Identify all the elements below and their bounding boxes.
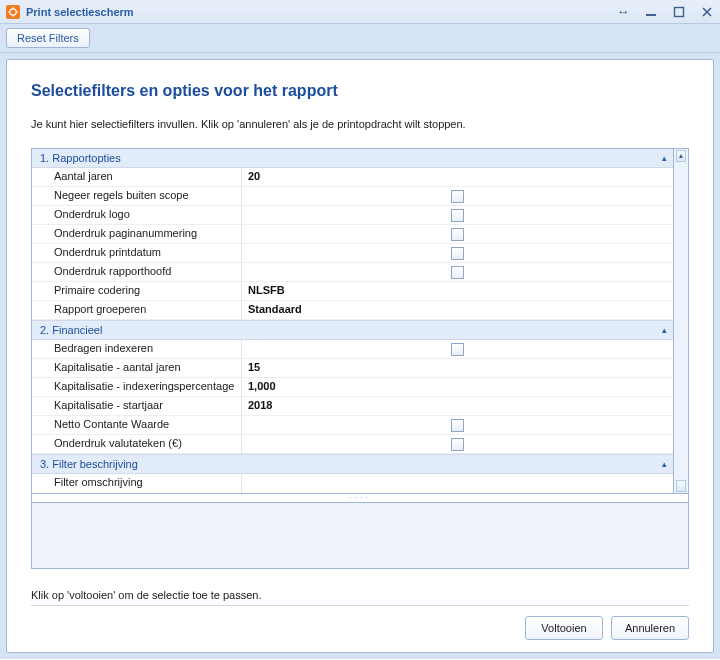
row-onderdruk-rapporthoofd[interactable]: Onderdruk rapporthoofd bbox=[32, 263, 673, 282]
section-rapportopties[interactable]: 1. Rapportopties ▴ bbox=[32, 149, 673, 168]
row-aantal-jaren[interactable]: Aantal jaren 20 bbox=[32, 168, 673, 187]
section-financieel[interactable]: 2. Financieel ▴ bbox=[32, 320, 673, 340]
footer: Voltooien Annuleren bbox=[31, 605, 689, 640]
svg-rect-5 bbox=[646, 14, 656, 16]
property-grid: 1. Rapportopties ▴ Aantal jaren 20 Negee… bbox=[31, 148, 689, 494]
section-label: 3. Filter beschrijving bbox=[40, 458, 662, 470]
checkbox[interactable] bbox=[451, 343, 464, 356]
titlebar: Print selectiescherm ↔ bbox=[0, 0, 720, 24]
field-label: Kapitalisatie - indexeringspercentage bbox=[32, 378, 242, 396]
section-label: 2. Financieel bbox=[40, 324, 662, 336]
field-value[interactable] bbox=[242, 474, 673, 493]
resize-horizontal-icon[interactable]: ↔ bbox=[616, 5, 630, 19]
field-label: Primaire codering bbox=[32, 282, 242, 300]
app-icon bbox=[6, 5, 20, 19]
svg-rect-6 bbox=[675, 7, 684, 16]
resize-grip[interactable]: ···· bbox=[31, 494, 689, 503]
row-kap-startjaar[interactable]: Kapitalisatie - startjaar 2018 bbox=[32, 397, 673, 416]
page-subtitle: Je kunt hier selectiefilters invullen. K… bbox=[31, 118, 689, 130]
maximize-icon[interactable] bbox=[672, 5, 686, 19]
field-value[interactable]: 20 bbox=[242, 168, 673, 186]
row-onderdruk-printdatum[interactable]: Onderdruk printdatum bbox=[32, 244, 673, 263]
row-bedragen-indexeren[interactable]: Bedragen indexeren bbox=[32, 340, 673, 359]
row-onderdruk-pagina[interactable]: Onderdruk paginanummering bbox=[32, 225, 673, 244]
section-filter-beschrijving[interactable]: 3. Filter beschrijving ▴ bbox=[32, 454, 673, 474]
hint-text: Klik op 'voltooien' om de selectie toe t… bbox=[31, 589, 689, 601]
finish-button[interactable]: Voltooien bbox=[525, 616, 603, 640]
window-title: Print selectiescherm bbox=[26, 6, 616, 18]
field-value[interactable]: 15 bbox=[242, 359, 673, 377]
field-label: Rapport groeperen bbox=[32, 301, 242, 319]
field-label: Kapitalisatie - aantal jaren bbox=[32, 359, 242, 377]
svg-point-0 bbox=[10, 8, 16, 14]
checkbox[interactable] bbox=[451, 247, 464, 260]
chevron-up-icon: ▴ bbox=[662, 325, 667, 335]
page-title: Selectiefilters en opties voor het rappo… bbox=[31, 82, 689, 100]
chevron-up-icon: ▴ bbox=[662, 459, 667, 469]
checkbox[interactable] bbox=[451, 438, 464, 451]
field-label: Kapitalisatie - startjaar bbox=[32, 397, 242, 415]
row-kap-aantal-jaren[interactable]: Kapitalisatie - aantal jaren 15 bbox=[32, 359, 673, 378]
field-label: Filter omschrijving bbox=[32, 474, 242, 493]
field-value[interactable]: 1,000 bbox=[242, 378, 673, 396]
description-panel bbox=[31, 503, 689, 569]
field-value[interactable]: 2018 bbox=[242, 397, 673, 415]
field-value[interactable]: Standaard bbox=[242, 301, 673, 319]
field-label: Netto Contante Waarde bbox=[32, 416, 242, 434]
reset-filters-button[interactable]: Reset Filters bbox=[6, 28, 90, 48]
row-rapport-groeperen[interactable]: Rapport groeperen Standaard bbox=[32, 301, 673, 320]
close-icon[interactable] bbox=[700, 5, 714, 19]
checkbox[interactable] bbox=[451, 190, 464, 203]
row-onderdruk-logo[interactable]: Onderdruk logo bbox=[32, 206, 673, 225]
row-negeer-scope[interactable]: Negeer regels buiten scope bbox=[32, 187, 673, 206]
checkbox[interactable] bbox=[451, 419, 464, 432]
field-label: Aantal jaren bbox=[32, 168, 242, 186]
field-label: Onderdruk rapporthoofd bbox=[32, 263, 242, 281]
field-value[interactable]: NLSFB bbox=[242, 282, 673, 300]
chevron-up-icon: ▴ bbox=[662, 153, 667, 163]
field-label: Onderdruk printdatum bbox=[32, 244, 242, 262]
row-ncw[interactable]: Netto Contante Waarde bbox=[32, 416, 673, 435]
scroll-down-icon[interactable]: ▾ bbox=[674, 480, 688, 492]
scrollbar[interactable]: ▴ ▾ bbox=[674, 149, 688, 493]
cancel-button[interactable]: Annuleren bbox=[611, 616, 689, 640]
field-label: Onderdruk logo bbox=[32, 206, 242, 224]
field-label: Onderdruk valutateken (€) bbox=[32, 435, 242, 453]
field-label: Negeer regels buiten scope bbox=[32, 187, 242, 205]
field-label: Bedragen indexeren bbox=[32, 340, 242, 358]
section-label: 1. Rapportopties bbox=[40, 152, 662, 164]
checkbox[interactable] bbox=[451, 228, 464, 241]
checkbox[interactable] bbox=[451, 209, 464, 222]
toolbar: Reset Filters bbox=[0, 24, 720, 53]
minimize-icon[interactable] bbox=[644, 5, 658, 19]
field-label: Onderdruk paginanummering bbox=[32, 225, 242, 243]
scroll-up-icon[interactable]: ▴ bbox=[674, 150, 688, 162]
row-onderdruk-valuta[interactable]: Onderdruk valutateken (€) bbox=[32, 435, 673, 454]
row-kap-index-perc[interactable]: Kapitalisatie - indexeringspercentage 1,… bbox=[32, 378, 673, 397]
row-primaire-codering[interactable]: Primaire codering NLSFB bbox=[32, 282, 673, 301]
row-filter-omschrijving[interactable]: Filter omschrijving bbox=[32, 474, 673, 493]
checkbox[interactable] bbox=[451, 266, 464, 279]
